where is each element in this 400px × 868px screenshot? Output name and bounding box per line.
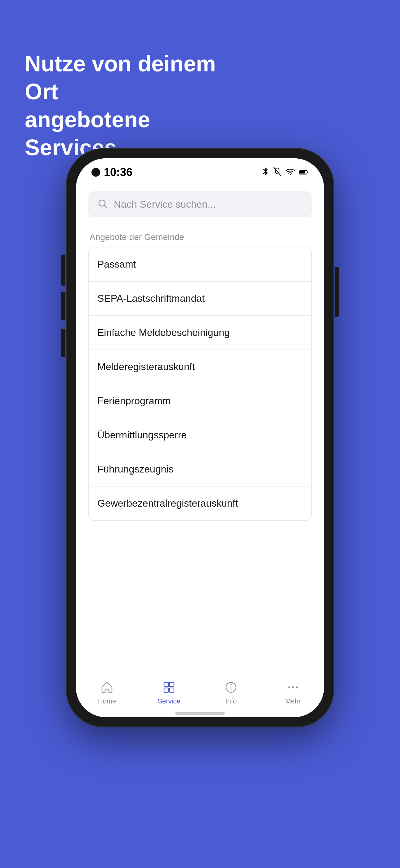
home-indicator (76, 710, 324, 717)
nav-item-mehr[interactable]: Mehr (274, 679, 312, 705)
status-bar: 10:36 (76, 158, 324, 182)
mehr-nav-icon (285, 679, 301, 695)
svg-rect-2 (300, 171, 305, 174)
search-placeholder: Nach Service suchen... (114, 199, 216, 210)
svg-rect-5 (170, 682, 174, 687)
home-bar (175, 712, 225, 715)
headline-line1: Nutze von deinem Ort (25, 51, 216, 104)
list-item[interactable]: Ferienprogramm (89, 384, 311, 418)
nav-label-mehr: Mehr (285, 697, 301, 705)
svg-point-11 (292, 686, 294, 688)
svg-point-12 (296, 686, 298, 688)
service-list: Passamt SEPA-Lastschriftmandat Einfache … (88, 247, 312, 521)
nav-label-service: Service (158, 697, 180, 705)
svg-point-10 (288, 686, 290, 688)
time-display: 10:36 (104, 166, 132, 179)
section-header: Angebote der Gemeinde (88, 232, 312, 242)
svg-rect-4 (164, 682, 168, 687)
notification-off-icon (273, 167, 281, 178)
status-icons (262, 167, 308, 178)
phone-container: 10:36 (67, 149, 333, 726)
nav-item-service[interactable]: Service (151, 679, 188, 705)
nav-label-info: Info (226, 697, 237, 705)
list-item[interactable]: Übermittlungssperre (89, 418, 311, 452)
page-background: Nutze von deinem Ort angebotene Services… (0, 0, 400, 868)
list-item[interactable]: Einfache Meldebescheinigung (89, 316, 311, 350)
bottom-nav: Home Service (76, 673, 324, 710)
volume-up-button (61, 292, 65, 320)
camera-dot (92, 168, 100, 177)
list-item[interactable]: Melderegisterauskunft (89, 350, 311, 384)
list-item[interactable]: Führungszeugnis (89, 452, 311, 487)
list-item[interactable]: SEPA-Lastschriftmandat (89, 282, 311, 316)
list-item[interactable]: Passamt (89, 247, 311, 282)
nav-item-home[interactable]: Home (88, 679, 126, 705)
wifi-icon (286, 167, 295, 177)
list-item[interactable]: Gewerbezentralregisterauskunft (89, 487, 311, 520)
headline: Nutze von deinem Ort angebotene Services (25, 50, 242, 161)
search-bar[interactable]: Nach Service suchen... (88, 191, 312, 217)
info-nav-icon (223, 679, 239, 695)
status-time: 10:36 (92, 166, 132, 179)
home-nav-icon (99, 679, 115, 695)
battery-icon (299, 167, 308, 177)
phone-screen: 10:36 (76, 158, 324, 717)
search-icon (97, 198, 108, 211)
volume-down-button (61, 329, 65, 357)
service-nav-icon (161, 679, 177, 695)
nav-label-home: Home (98, 697, 116, 705)
app-content: Nach Service suchen... Angebote der Geme… (76, 182, 324, 673)
svg-rect-7 (170, 688, 174, 692)
svg-point-9 (230, 684, 232, 685)
nav-item-info[interactable]: Info (212, 679, 249, 705)
phone-shell: 10:36 (67, 149, 333, 726)
svg-point-0 (290, 174, 291, 175)
bluetooth-icon (262, 167, 269, 178)
svg-rect-6 (164, 688, 168, 692)
